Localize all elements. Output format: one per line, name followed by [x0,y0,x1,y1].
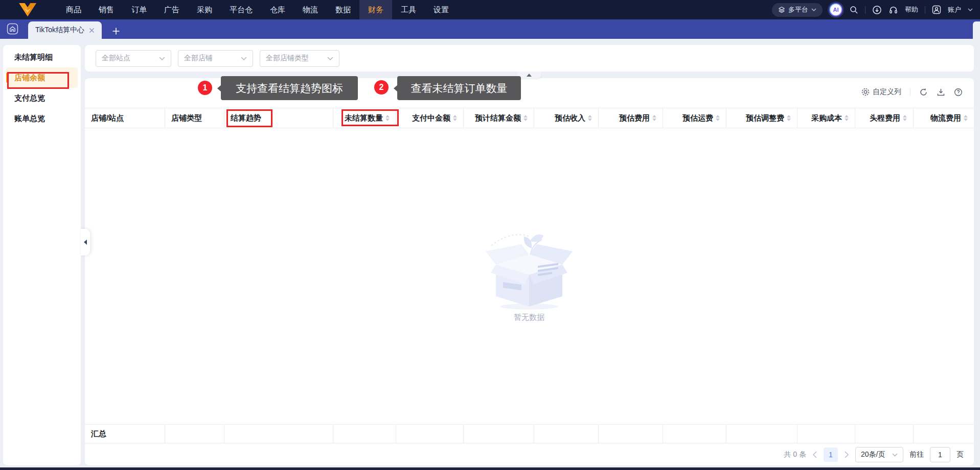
main-menu: 商品 销售 订单 广告 采购 平台仓 仓库 物流 数据 财务 工具 设置 [57,0,458,19]
prev-page-icon[interactable] [812,451,817,458]
summary-cell [797,425,855,443]
sort-icon[interactable] [523,115,528,121]
nav-item-tools[interactable]: 工具 [392,0,425,19]
sidebar-collapse-handle[interactable] [81,229,90,255]
column-header-logistics-fee[interactable]: 物流费用 [914,108,974,128]
nav-item-ads[interactable]: 广告 [155,0,188,19]
column-header-estimated-settlement[interactable]: 预计结算金额 [464,108,534,128]
home-icon[interactable] [7,23,18,35]
user-icon[interactable] [932,5,941,14]
sidebar-item-store-balance[interactable]: 店铺余额 [6,67,78,88]
divider [910,88,910,96]
summary-cell [914,425,974,443]
sort-icon[interactable] [385,115,390,121]
nav-item-platform-warehouse[interactable]: 平台仓 [221,0,261,19]
fox-logo-icon[interactable] [17,2,38,17]
tab-bar: TikTok结算中心 [0,19,980,39]
empty-state: 暂无数据 [481,225,578,322]
filter-bar: 全部站点 全部店铺 全部店铺类型 [85,45,974,72]
goto-page-input[interactable] [930,447,950,462]
column-header-estimated-income[interactable]: 预估收入 [534,108,599,128]
summary-row: 汇总 [85,424,974,443]
divider [925,6,925,14]
sort-icon[interactable] [964,115,968,121]
add-tab-icon[interactable] [112,27,120,35]
bottom-window-edge [0,467,980,470]
nav-item-orders[interactable]: 订单 [123,0,155,19]
chevron-left-icon [84,240,87,245]
column-header-purchase-cost[interactable]: 采购成本 [797,108,855,128]
tab-tiktok-settlement-center[interactable]: TikTok结算中心 [28,21,102,39]
callout-badge-1: 1 [198,81,212,95]
search-icon[interactable] [849,5,858,14]
sort-icon[interactable] [716,115,720,121]
column-header-paying-amount[interactable]: 支付中金额 [396,108,464,128]
chevron-down-icon [327,57,333,60]
close-icon[interactable] [89,28,95,33]
headset-icon[interactable] [888,5,898,15]
chevron-down-icon [241,57,247,60]
nav-item-warehouse[interactable]: 仓库 [261,0,294,19]
download-icon[interactable] [937,88,945,97]
sidebar-item-payment-overview[interactable]: 支付总览 [6,88,78,108]
help-icon[interactable] [954,88,963,97]
sort-icon[interactable] [845,115,849,121]
sort-icon[interactable] [787,115,791,121]
next-page-icon[interactable] [844,451,849,458]
sort-icon[interactable] [588,115,592,121]
layers-icon [778,6,785,13]
nav-item-products[interactable]: 商品 [57,0,90,19]
column-header-store-type[interactable]: 店铺类型 [165,108,224,128]
customize-columns-button[interactable]: 自定义列 [861,87,901,97]
top-navigation-bar: 商品 销售 订单 广告 采购 平台仓 仓库 物流 数据 财务 工具 设置 多平台 [0,0,980,19]
page-size-value: 20条/页 [861,450,885,459]
sort-icon[interactable] [453,115,457,121]
nav-item-logistics[interactable]: 物流 [294,0,327,19]
account-menu[interactable]: 账户 [948,5,961,14]
sort-icon[interactable] [903,115,907,121]
nav-item-data[interactable]: 数据 [327,0,359,19]
empty-box-illustration [481,225,578,311]
total-count: 共 0 条 [784,450,806,459]
store-type-filter-select[interactable]: 全部店铺类型 [260,50,339,67]
summary-label: 汇总 [85,425,165,443]
column-header-estimated-shipping[interactable]: 预估运费 [663,108,726,128]
nav-item-purchase[interactable]: 采购 [188,0,221,19]
refresh-icon[interactable] [919,88,928,97]
site-filter-select[interactable]: 全部站点 [96,50,171,67]
column-header-estimated-fee[interactable]: 预估费用 [599,108,663,128]
sidebar: 未结算明细 店铺余额 支付总览 账单总览 [3,45,81,465]
column-header-first-leg-fee[interactable]: 头程费用 [855,108,914,128]
app-window: 商品 销售 订单 广告 采购 平台仓 仓库 物流 数据 财务 工具 设置 多平台 [0,0,980,470]
customize-columns-icon [861,88,870,96]
page-size-select[interactable]: 20条/页 [855,447,903,462]
nav-item-settings[interactable]: 设置 [425,0,458,19]
callout-tooltip-2: 查看未结算订单数量 [397,76,521,100]
pagination: 共 0 条 1 20条/页 前往 页 [784,445,964,464]
page-unit-label: 页 [956,450,964,459]
summary-cell [464,425,534,443]
sidebar-item-unsettled-detail[interactable]: 未结算明细 [6,47,78,67]
chevron-up-icon [527,74,532,77]
column-header-estimated-adjustment[interactable]: 预估调整费 [726,108,797,128]
column-header-settlement-trend[interactable]: 结算趋势 [224,108,333,128]
sidebar-item-bill-overview[interactable]: 账单总览 [6,108,78,129]
page-number-button[interactable]: 1 [824,448,838,462]
platform-selector-label: 多平台 [788,5,808,14]
summary-cell [224,425,333,443]
ai-assistant-button[interactable]: AI [829,3,842,16]
summary-cell [534,425,599,443]
store-filter-select[interactable]: 全部店铺 [178,50,253,67]
nav-item-sales[interactable]: 销售 [90,0,123,19]
topbar-right-cluster: 多平台 AI [772,0,973,19]
chevron-down-icon [159,57,165,60]
sort-icon[interactable] [652,115,656,121]
column-header-unsettled-count[interactable]: 未结算数量 [333,108,396,128]
summary-cell [165,425,224,443]
download-circle-icon[interactable] [872,5,882,15]
help-link[interactable]: 帮助 [905,5,918,14]
summary-cell [663,425,726,443]
column-header-store-site[interactable]: 店铺/站点 [85,108,165,128]
platform-selector[interactable]: 多平台 [772,3,823,17]
nav-item-finance[interactable]: 财务 [359,0,392,19]
